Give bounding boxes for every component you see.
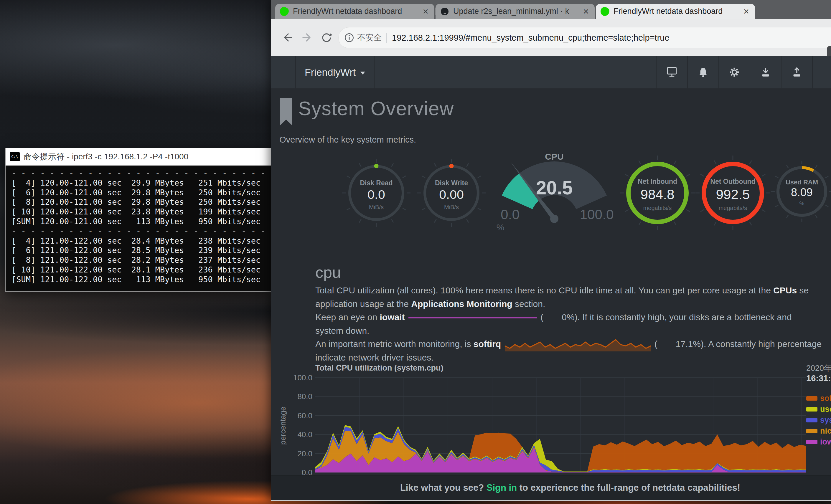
gauge-label: Disk Write bbox=[424, 179, 480, 187]
host-name: FriendlyWrt bbox=[305, 66, 356, 78]
github-favicon bbox=[440, 7, 449, 16]
gauge-value-dot bbox=[374, 164, 379, 168]
text-run: se bbox=[797, 286, 809, 295]
forward-icon[interactable] bbox=[301, 31, 313, 43]
legend-label: use bbox=[820, 405, 831, 414]
reload-icon[interactable] bbox=[321, 31, 333, 43]
tab-close-icon[interactable]: × bbox=[582, 7, 590, 16]
gauge-max: 100.0 bbox=[580, 207, 613, 222]
banner-text-post: to experience the full-range of netdata … bbox=[519, 482, 740, 493]
tab-github[interactable]: Update r2s_lean_minimal.yml · k × bbox=[435, 4, 595, 19]
chart-legend: softusesysniceiow bbox=[806, 393, 831, 447]
signin-banner: Like what you see? Sign in to experience… bbox=[271, 475, 831, 500]
text-run: application usage at the bbox=[315, 299, 411, 309]
legend-label: sys bbox=[820, 416, 831, 425]
gauge-label: CPU bbox=[545, 153, 564, 161]
gauge-unit: MiB/s bbox=[348, 204, 404, 211]
info-icon[interactable] bbox=[344, 33, 354, 43]
section-title-cpu: cpu bbox=[315, 263, 341, 281]
browser-window: FriendlyWrt netdata dashboard × Update r… bbox=[271, 0, 831, 501]
legend-item[interactable]: iow bbox=[806, 437, 831, 447]
settings-button[interactable] bbox=[718, 56, 750, 88]
text-run: section. bbox=[512, 299, 545, 309]
download-icon bbox=[759, 65, 772, 79]
gauge-label: Net Inbound bbox=[626, 178, 689, 185]
netdata-favicon bbox=[279, 6, 289, 17]
sign-in-link[interactable]: Sign in bbox=[487, 482, 517, 493]
gauge-label: Used RAM bbox=[776, 178, 827, 186]
legend-label: nice bbox=[820, 426, 831, 436]
legend-swatch bbox=[806, 440, 818, 444]
page-title: System Overview bbox=[298, 97, 454, 120]
gauge-value: 984.8 bbox=[626, 186, 689, 202]
legend-item[interactable]: nice bbox=[806, 426, 831, 437]
terminal-output: - - - - - - - - - - - - - - - - - - - - … bbox=[6, 166, 271, 291]
import-snapshot-button[interactable] bbox=[781, 56, 812, 88]
gauge-cpu[interactable]: CPU 20.5 0.0 100.0 % bbox=[489, 153, 620, 239]
browser-bottom-edge bbox=[271, 500, 831, 501]
text-run: ( bbox=[652, 339, 657, 349]
browser-tabstrip: FriendlyWrt netdata dashboard × Update r… bbox=[271, 0, 831, 19]
terminal-titlebar[interactable]: C:\ 命令提示符 - iperf3 -c 192.168.1.2 -P4 -t… bbox=[6, 148, 271, 166]
sparkline-softirq[interactable] bbox=[504, 337, 652, 352]
host-dropdown[interactable]: FriendlyWrt bbox=[296, 56, 375, 88]
address-bar[interactable]: 不安全 192.168.2.1:19999/#menu_system_subme… bbox=[338, 27, 831, 48]
gauge-disk-write[interactable]: Disk Write 0.00 MiB/s bbox=[424, 165, 480, 221]
legend-label: iow bbox=[820, 438, 831, 447]
gauge-net-inbound[interactable]: Net Inbound 984.8 megabits/s bbox=[626, 162, 689, 224]
gauge-value: 0.0 bbox=[348, 187, 404, 202]
legend-swatch bbox=[806, 407, 818, 412]
page-subtitle: Overview of the key system metrics. bbox=[279, 135, 416, 145]
gauge-value: 992.5 bbox=[701, 186, 764, 202]
security-badge[interactable]: 不安全 bbox=[357, 32, 382, 43]
browser-toolbar: 不安全 192.168.2.1:19999/#menu_system_subme… bbox=[271, 19, 831, 56]
bold-term: iowait bbox=[380, 312, 405, 322]
export-snapshot-button[interactable] bbox=[750, 56, 781, 88]
cpu-description: Total CPU utilization (all cores). 100% … bbox=[315, 284, 831, 364]
legend-item[interactable]: soft bbox=[806, 393, 831, 404]
inline-link[interactable]: Applications Monitoring bbox=[411, 299, 512, 309]
legend-swatch bbox=[806, 396, 818, 401]
bookmark-icon bbox=[279, 97, 294, 127]
monitor-icon bbox=[665, 65, 679, 79]
tab-title: Update r2s_lean_minimal.yml · k bbox=[453, 7, 582, 16]
tab-close-icon[interactable]: × bbox=[422, 7, 430, 16]
legend-label: soft bbox=[820, 394, 831, 403]
tab-close-icon[interactable]: × bbox=[742, 7, 750, 16]
y-tick-label: 20.0 bbox=[297, 449, 312, 458]
tab-friendlywrt-1[interactable]: FriendlyWrt netdata dashboard × bbox=[275, 4, 434, 19]
alarms-button[interactable] bbox=[687, 56, 718, 88]
navbar-right-pad bbox=[812, 56, 831, 88]
inline-link[interactable]: CPUs bbox=[773, 286, 797, 295]
gauge-unit: % bbox=[496, 223, 505, 232]
gear-icon bbox=[727, 65, 741, 79]
bold-term: softirq bbox=[474, 339, 501, 349]
gauge-unit: % bbox=[776, 200, 827, 207]
text-run bbox=[501, 339, 503, 349]
url-text[interactable]: 192.168.2.1:19999/#menu_system_submenu_c… bbox=[392, 33, 669, 43]
gauge-disk-read[interactable]: Disk Read 0.0 MiB/s bbox=[348, 165, 404, 221]
gauge-net-outbound[interactable]: Net Outbound 992.5 megabits/s bbox=[701, 162, 764, 224]
gauge-value: 8.09 bbox=[776, 186, 827, 199]
legend-swatch bbox=[806, 429, 818, 433]
gauge-value: 20.5 bbox=[536, 177, 573, 199]
terminal-window: C:\ 命令提示符 - iperf3 -c 192.168.1.2 -P4 -t… bbox=[5, 148, 272, 292]
navbar-left-pad bbox=[271, 56, 296, 88]
tab-friendlywrt-2-active[interactable]: FriendlyWrt netdata dashboard × bbox=[596, 4, 755, 19]
back-icon[interactable] bbox=[282, 31, 293, 43]
text-run: Total CPU utilization (all cores). 100% … bbox=[315, 286, 773, 295]
gauge-used-ram[interactable]: Used RAM 8.09 % bbox=[776, 166, 827, 217]
upload-icon bbox=[790, 65, 804, 79]
gauge-label: Disk Read bbox=[348, 179, 404, 187]
y-tick-label: 40.0 bbox=[297, 430, 312, 439]
text-run: 17.1%). A constantly high percentage bbox=[676, 339, 822, 349]
tab-title: FriendlyWrt netdata dashboard bbox=[293, 7, 422, 16]
sparkline-iowait[interactable] bbox=[408, 313, 538, 323]
nodes-view-button[interactable] bbox=[656, 56, 687, 88]
legend-item[interactable]: use bbox=[806, 404, 831, 415]
gauge-value: 0.00 bbox=[424, 187, 480, 202]
gauge-label: Net Outbound bbox=[701, 178, 764, 185]
text-run: system down. bbox=[315, 326, 369, 335]
legend-item[interactable]: sys bbox=[806, 415, 831, 426]
y-tick-label: 60.0 bbox=[297, 411, 312, 420]
